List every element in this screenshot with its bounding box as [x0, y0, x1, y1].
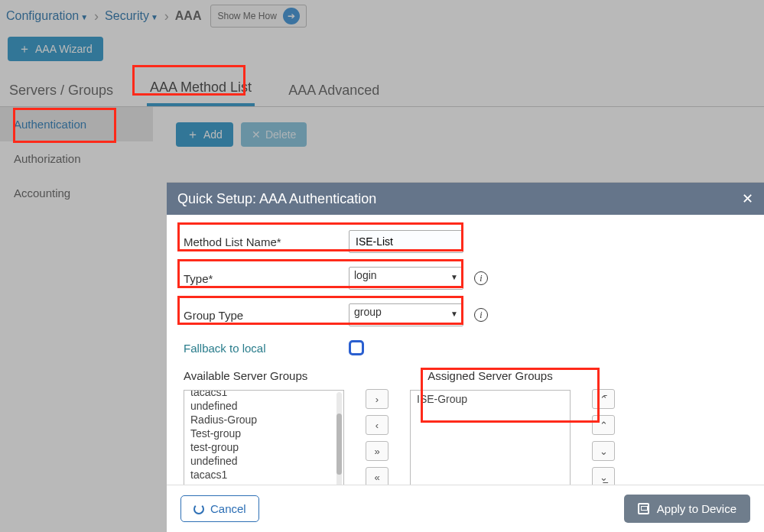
move-all-right-button[interactable]: » [366, 441, 389, 461]
group-type-select[interactable]: group ▼ [349, 303, 463, 326]
list-item[interactable]: undefined [190, 454, 343, 468]
modal-title: Quick Setup: AAA Authentication [177, 191, 376, 207]
info-icon[interactable]: i [474, 308, 488, 322]
fallback-checkbox[interactable] [349, 340, 364, 355]
show-me-how-label: Show Me How [217, 11, 276, 21]
move-down-button[interactable]: ⌄ [592, 441, 615, 461]
move-left-button[interactable]: ‹ [366, 415, 389, 435]
dual-list-selector: Available Server Groups tacacs1 undefine… [184, 369, 747, 485]
list-item[interactable]: Test-group [190, 427, 343, 440]
breadcrumb-aaa: AAA [175, 9, 202, 23]
move-up-button[interactable]: ⌃ [592, 415, 615, 435]
close-icon[interactable]: ✕ [742, 190, 753, 207]
type-label: Type* [184, 272, 349, 285]
plus-icon: ＋ [187, 129, 199, 140]
move-all-left-button[interactable]: « [366, 467, 389, 485]
cancel-label: Cancel [210, 502, 246, 515]
tab-aaa-method-list[interactable]: AAA Method List [147, 72, 255, 106]
delete-label: Delete [265, 128, 296, 141]
add-button[interactable]: ＋ Add [176, 122, 233, 147]
type-value: login [354, 269, 377, 281]
scrollbar-thumb[interactable] [336, 414, 342, 475]
info-icon[interactable]: i [474, 271, 488, 285]
list-item[interactable]: Radius-Group [190, 413, 343, 427]
method-list-name-label: Method List Name* [184, 235, 349, 248]
list-item[interactable]: tacacs1 [190, 468, 343, 482]
x-icon: ✕ [252, 128, 261, 141]
modal-footer: Cancel Apply to Device [167, 485, 764, 532]
available-groups-title: Available Server Groups [184, 369, 344, 382]
aaa-wizard-button[interactable]: ＋ AAA Wizard [8, 37, 103, 61]
breadcrumb: Configuration▼ › Security▼ › AAA Show Me… [0, 0, 764, 32]
move-right-button[interactable]: › [366, 389, 389, 409]
save-icon [638, 503, 649, 514]
sidebar-item-authorization[interactable]: Authorization [0, 141, 153, 176]
breadcrumb-sep: › [163, 8, 171, 24]
list-item[interactable]: ISE-Group [417, 392, 570, 406]
sidebar: Authentication Authorization Accounting [0, 107, 153, 532]
arrow-right-icon: ➔ [283, 8, 300, 24]
delete-button[interactable]: ✕ Delete [241, 122, 307, 147]
quick-setup-modal: Quick Setup: AAA Authentication ✕ Method… [167, 182, 764, 532]
aaa-wizard-label: AAA Wizard [35, 43, 93, 55]
plus-icon: ＋ [18, 44, 31, 54]
apply-to-device-button[interactable]: Apply to Device [624, 495, 750, 523]
type-select[interactable]: login ▼ [349, 267, 463, 290]
show-me-how-button[interactable]: Show Me How ➔ [210, 5, 306, 28]
breadcrumb-sep: › [93, 8, 100, 24]
apply-label: Apply to Device [657, 502, 736, 515]
assigned-groups-title: Assigned Server Groups [410, 369, 571, 382]
tab-aaa-advanced[interactable]: AAA Advanced [285, 75, 382, 106]
undo-icon [193, 504, 204, 514]
list-item[interactable]: test-group [190, 440, 343, 454]
chevron-down-icon: ▼ [450, 310, 458, 318]
breadcrumb-security[interactable]: Security▼ [105, 9, 158, 23]
sidebar-item-authentication[interactable]: Authentication [0, 107, 153, 141]
list-item[interactable]: undefined [190, 399, 343, 413]
move-top-button[interactable]: ⌃̄ [592, 389, 615, 409]
sidebar-item-accounting[interactable]: Accounting [0, 176, 153, 210]
modal-header: Quick Setup: AAA Authentication ✕ [167, 183, 764, 215]
tab-servers-groups[interactable]: Servers / Groups [6, 75, 116, 106]
list-item[interactable]: tacacs1 [190, 390, 343, 399]
available-groups-list[interactable]: tacacs1 undefined Radius-Group Test-grou… [184, 390, 344, 485]
assigned-groups-list[interactable]: ISE-Group [410, 390, 571, 485]
breadcrumb-configuration[interactable]: Configuration▼ [6, 9, 88, 23]
cancel-button[interactable]: Cancel [180, 495, 259, 522]
fallback-label: Fallback to local [184, 342, 349, 355]
move-bottom-button[interactable]: ⌄̲ [592, 467, 615, 485]
add-label: Add [203, 128, 223, 141]
group-type-label: Group Type [184, 309, 349, 322]
chevron-down-icon: ▼ [450, 273, 458, 281]
group-type-value: group [354, 306, 382, 318]
method-list-name-input[interactable] [349, 230, 463, 253]
tab-bar: Servers / Groups AAA Method List AAA Adv… [0, 72, 764, 107]
